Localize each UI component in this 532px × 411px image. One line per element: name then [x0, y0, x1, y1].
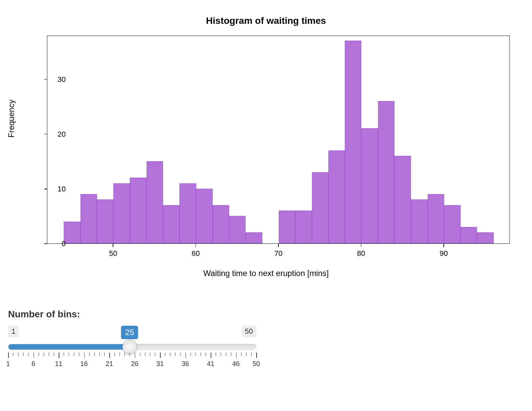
- x-tick-mark: [278, 244, 279, 247]
- slider-tick-major: [160, 353, 161, 358]
- slider-tick-minor: [124, 353, 125, 356]
- slider-tick-minor: [221, 353, 221, 356]
- histogram-bar: [345, 41, 361, 243]
- slider-tick-minor: [89, 353, 90, 356]
- slider-ticks: 16111621263136414650: [8, 353, 256, 370]
- x-tick-label: 60: [192, 249, 200, 258]
- histogram-bar: [461, 227, 477, 243]
- histogram-bar: [213, 205, 229, 243]
- slider-tick-minor: [119, 353, 120, 356]
- slider-tick-major: [34, 353, 34, 358]
- x-tick-label: 70: [274, 249, 282, 258]
- slider-tick-minor: [216, 353, 216, 356]
- slider-min-badge: 1: [8, 326, 19, 337]
- histogram-bar: [361, 128, 378, 243]
- slider-tick-major: [135, 353, 136, 358]
- histogram-bar: [81, 194, 97, 243]
- histogram-bar: [229, 216, 246, 243]
- slider-tick-minor: [155, 353, 155, 356]
- slider-tick-minor: [150, 353, 150, 356]
- slider-tick-minor: [49, 353, 49, 356]
- slider-tick-minor: [196, 353, 196, 356]
- slider-tick-minor: [140, 353, 140, 356]
- y-tick-mark: [44, 79, 47, 80]
- x-tick-label: 90: [440, 249, 448, 258]
- slider-tick-minor: [129, 353, 130, 356]
- slider-header: 1 25 50: [8, 326, 256, 339]
- slider-tick-minor: [39, 353, 39, 356]
- slider-tick-minor: [251, 353, 252, 356]
- slider-value-bubble: 25: [121, 326, 138, 339]
- histogram-bar: [328, 150, 345, 243]
- histogram-bar: [163, 205, 179, 243]
- slider-track[interactable]: [8, 344, 256, 350]
- histogram-bar: [147, 161, 163, 243]
- histogram-bar: [130, 178, 146, 243]
- slider-tick-major: [59, 353, 59, 358]
- slider-tick-minor: [145, 353, 145, 356]
- x-tick-mark: [361, 244, 362, 247]
- histogram-bar: [295, 211, 312, 243]
- slider-tick-minor: [79, 353, 79, 356]
- slider-tick-label: 16: [80, 360, 88, 368]
- slider-tick-label: 1: [6, 360, 10, 368]
- y-tick-label: 20: [58, 130, 66, 139]
- slider-tick-label: 21: [106, 360, 113, 368]
- slider-tick-major: [211, 353, 211, 358]
- slider-tick-label: 36: [181, 360, 189, 368]
- slider-tick-label: 46: [232, 360, 240, 368]
- y-axis-label: Frequency: [7, 100, 16, 138]
- slider-label: Number of bins:: [8, 309, 256, 320]
- histogram-bar: [477, 232, 493, 243]
- slider-tick-label: 31: [156, 360, 164, 368]
- histogram-bar: [411, 199, 427, 243]
- slider-tick-minor: [114, 353, 115, 356]
- y-tick-mark: [44, 243, 47, 244]
- histogram-bar: [246, 232, 262, 243]
- slider-tick-minor: [241, 353, 242, 356]
- y-tick-label: 10: [58, 185, 66, 193]
- x-tick-label: 50: [109, 249, 117, 258]
- slider-tick-label: 50: [253, 360, 260, 368]
- slider-tick-minor: [74, 353, 74, 356]
- slider-tick-minor: [165, 353, 165, 356]
- histogram-bar: [312, 172, 328, 243]
- slider-tick-label: 41: [207, 360, 214, 368]
- slider-fill: [8, 344, 130, 350]
- slider-tick-major: [236, 353, 237, 358]
- slider-tick-minor: [18, 353, 18, 356]
- histogram-bar: [179, 183, 196, 243]
- histogram-bar: [97, 199, 113, 243]
- x-tick-label: 80: [357, 249, 365, 258]
- histogram-bar: [64, 222, 80, 243]
- slider-tick-minor: [206, 353, 206, 356]
- y-tick-mark: [44, 134, 47, 135]
- histogram-panel: Histogram of waiting times Frequency Wai…: [0, 0, 532, 302]
- slider-tick-minor: [44, 353, 44, 356]
- slider-tick-major: [185, 353, 186, 358]
- slider-tick-minor: [175, 353, 175, 356]
- histogram-bar: [428, 194, 444, 243]
- slider-tick-minor: [170, 353, 170, 356]
- slider-tick-minor: [99, 353, 100, 356]
- histogram-bar: [394, 156, 411, 243]
- plot-area: [47, 36, 510, 244]
- slider-tick-major: [109, 353, 110, 358]
- histogram-bar: [196, 189, 213, 243]
- x-tick-mark: [443, 244, 444, 247]
- slider-tick-minor: [231, 353, 231, 356]
- bins-slider-widget: Number of bins: 1 25 50 1611162126313641…: [8, 309, 256, 370]
- slider-tick-label: 6: [32, 360, 35, 368]
- slider-tick-minor: [191, 353, 191, 356]
- chart-title: Histogram of waiting times: [0, 15, 532, 26]
- histogram-bar: [113, 183, 130, 243]
- histogram-bar: [444, 205, 461, 243]
- slider-tick-minor: [54, 353, 54, 356]
- slider-tick-minor: [13, 353, 13, 356]
- slider-max-badge: 50: [242, 326, 256, 337]
- slider-tick-label: 11: [55, 360, 62, 368]
- histogram-bar: [378, 101, 394, 243]
- slider-tick-minor: [23, 353, 23, 356]
- slider-handle[interactable]: [122, 339, 137, 354]
- slider-tick-minor: [28, 353, 29, 356]
